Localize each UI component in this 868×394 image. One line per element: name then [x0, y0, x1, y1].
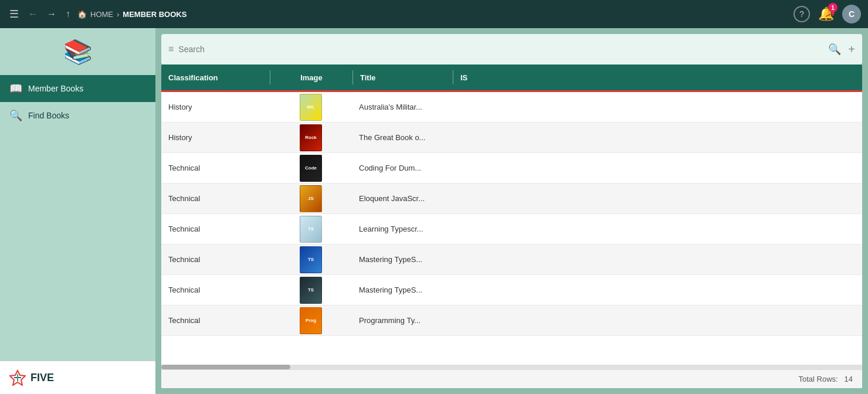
- books-icon: 📚: [63, 38, 93, 66]
- td-image: TS: [270, 277, 352, 304]
- table-row[interactable]: HistoryRockThe Great Book o...: [161, 123, 862, 153]
- table-row[interactable]: TechnicalCodeCoding For Dum...: [161, 153, 862, 184]
- td-classification: Technical: [161, 225, 270, 233]
- td-classification: Technical: [161, 286, 270, 294]
- five-logo-icon: [9, 369, 26, 386]
- five-brand-text: FIVE: [30, 372, 54, 384]
- books-table: Classification Image Title IS Histor: [161, 64, 862, 388]
- help-button[interactable]: ?: [794, 6, 810, 22]
- notification-button[interactable]: 🔔 1: [818, 6, 834, 22]
- sidebar: 📚 📖 Member Books 🔍 Find Books FIVE: [0, 28, 155, 394]
- topbar-right: ? 🔔 1 ↗ C: [794, 5, 861, 23]
- total-rows-label: Total Rows: 14: [798, 375, 853, 383]
- table-row[interactable]: TechnicalJSEloquent JavaScr...: [161, 184, 862, 214]
- td-image: TS: [270, 216, 352, 243]
- table-row[interactable]: TechnicalProgProgramming Ty...: [161, 305, 862, 336]
- table-row[interactable]: TechnicalTSMastering TypeS...: [161, 244, 862, 275]
- table-header: Classification Image Title IS: [161, 64, 862, 90]
- search-bar: ≡ 🔍 +: [161, 34, 862, 64]
- sidebar-item-label-member-books: Member Books: [28, 84, 83, 93]
- breadcrumb-separator: ›: [117, 10, 119, 19]
- sidebar-logo: 📚: [0, 28, 155, 75]
- hamburger-icon[interactable]: ☰: [7, 5, 21, 23]
- current-page-label: MEMBER BOOKS: [123, 10, 187, 19]
- user-avatar[interactable]: C: [842, 5, 861, 23]
- forward-arrow-icon[interactable]: →: [45, 6, 59, 22]
- horizontal-scrollbar[interactable]: [161, 365, 862, 369]
- td-classification: Technical: [161, 255, 270, 264]
- td-title: Australia's Militar...: [352, 103, 452, 111]
- td-classification: History: [161, 133, 270, 142]
- td-classification: History: [161, 103, 270, 111]
- main-layout: 📚 📖 Member Books 🔍 Find Books FIVE ≡: [0, 28, 868, 394]
- horizontal-scroll-thumb[interactable]: [161, 365, 290, 369]
- td-classification: Technical: [161, 194, 270, 203]
- td-image: TS: [270, 246, 352, 273]
- td-title: The Great Book o...: [352, 133, 452, 142]
- table-body: HistoryMil.Australia's Militar...History…: [161, 92, 862, 365]
- table-row[interactable]: TechnicalTSMastering TypeS...: [161, 275, 862, 305]
- th-classification: Classification: [161, 64, 270, 90]
- home-icon: 🏠: [77, 10, 87, 19]
- td-title: Mastering TypeS...: [352, 255, 452, 264]
- main-content: ≡ 🔍 + Classification Image Title: [155, 28, 868, 394]
- back-arrow-icon[interactable]: ←: [26, 6, 40, 22]
- sidebar-brand-footer: FIVE: [0, 361, 155, 394]
- td-title: Learning Typescr...: [352, 225, 452, 233]
- th-title: Title: [353, 64, 453, 90]
- search-icon[interactable]: 🔍: [828, 43, 841, 56]
- sidebar-item-label-find-books: Find Books: [28, 111, 69, 120]
- table-row[interactable]: HistoryMil.Australia's Militar...: [161, 92, 862, 123]
- filter-icon[interactable]: ≡: [168, 44, 174, 55]
- td-title: Eloquent JavaScr...: [352, 194, 452, 203]
- td-classification: Technical: [161, 316, 270, 325]
- td-classification: Technical: [161, 164, 270, 172]
- th-image: Image: [270, 64, 352, 90]
- topbar-left: ☰ ← → ↑ 🏠 HOME › MEMBER BOOKS: [7, 5, 187, 23]
- table-row[interactable]: TechnicalTSLearning Typescr...: [161, 214, 862, 244]
- td-image: JS: [270, 185, 352, 212]
- find-books-icon: 🔍: [9, 109, 22, 122]
- home-label[interactable]: HOME: [90, 10, 113, 19]
- breadcrumb: 🏠 HOME › MEMBER BOOKS: [77, 10, 187, 19]
- member-books-icon: 📖: [9, 82, 22, 95]
- td-title: Mastering TypeS...: [352, 286, 452, 294]
- td-title: Programming Ty...: [352, 316, 452, 325]
- sidebar-item-find-books[interactable]: 🔍 Find Books: [0, 102, 155, 129]
- td-title: Coding For Dum...: [352, 164, 452, 172]
- td-image: Code: [270, 155, 352, 182]
- sidebar-item-member-books[interactable]: 📖 Member Books: [0, 75, 155, 102]
- sidebar-navigation: 📖 Member Books 🔍 Find Books: [0, 75, 155, 361]
- td-image: Rock: [270, 124, 352, 151]
- top-navigation-bar: ☰ ← → ↑ 🏠 HOME › MEMBER BOOKS ? 🔔 1 ↗ C: [0, 0, 868, 28]
- table-footer: Total Rows: 14: [161, 369, 862, 388]
- up-arrow-icon[interactable]: ↑: [63, 6, 73, 22]
- notification-badge: 1: [828, 3, 838, 12]
- add-button[interactable]: +: [848, 43, 855, 56]
- th-is: IS: [453, 64, 477, 90]
- search-input[interactable]: [178, 45, 823, 54]
- td-image: Mil.: [270, 94, 352, 121]
- td-image: Prog: [270, 307, 352, 334]
